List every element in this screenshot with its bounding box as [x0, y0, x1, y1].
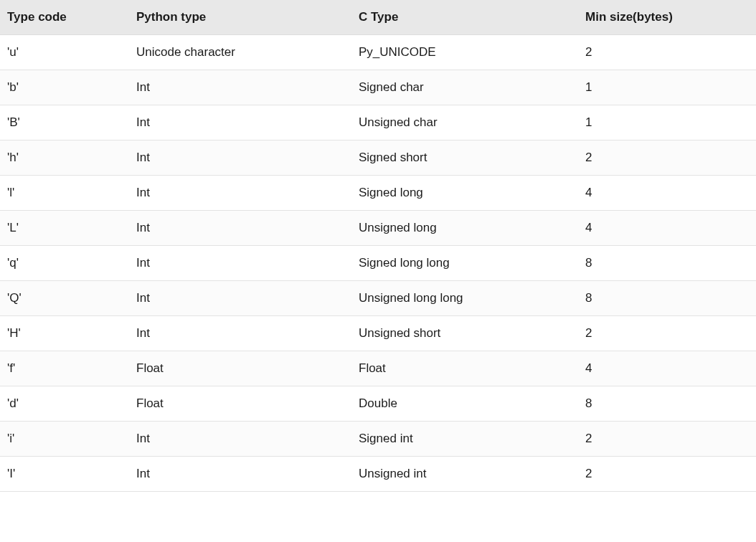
cell-type-code: 'b' — [0, 70, 129, 105]
table-row: 'd' Float Double 8 — [0, 386, 756, 422]
cell-python-type: Int — [129, 457, 351, 492]
table-row: 'l' Int Signed long 4 — [0, 176, 756, 211]
cell-c-type: Unsigned char — [351, 105, 578, 141]
cell-python-type: Int — [129, 105, 351, 141]
cell-c-type: Unsigned int — [351, 457, 578, 492]
cell-c-type: Py_UNICODE — [351, 35, 578, 70]
table-row: 'L' Int Unsigned long 4 — [0, 211, 756, 246]
cell-type-code: 'h' — [0, 141, 129, 176]
cell-min-size: 8 — [578, 246, 756, 281]
col-header-type-code: Type code — [0, 0, 129, 35]
cell-python-type: Int — [129, 316, 351, 351]
cell-c-type: Signed char — [351, 70, 578, 105]
cell-type-code: 'f' — [0, 351, 129, 386]
table-header-row: Type code Python type C Type Min size(by… — [0, 0, 756, 35]
cell-type-code: 'I' — [0, 457, 129, 492]
cell-min-size: 2 — [578, 457, 756, 492]
cell-type-code: 'H' — [0, 316, 129, 351]
cell-min-size: 2 — [578, 35, 756, 70]
cell-type-code: 'i' — [0, 422, 129, 457]
table-row: 'f' Float Float 4 — [0, 351, 756, 386]
cell-python-type: Float — [129, 386, 351, 422]
cell-c-type: Signed long — [351, 176, 578, 211]
cell-c-type: Signed long long — [351, 246, 578, 281]
table-row: 'u' Unicode character Py_UNICODE 2 — [0, 35, 756, 70]
cell-type-code: 'q' — [0, 246, 129, 281]
cell-python-type: Int — [129, 422, 351, 457]
cell-min-size: 2 — [578, 141, 756, 176]
cell-min-size: 8 — [578, 386, 756, 422]
cell-c-type: Double — [351, 386, 578, 422]
cell-type-code: 'u' — [0, 35, 129, 70]
cell-type-code: 'Q' — [0, 281, 129, 316]
cell-min-size: 4 — [578, 351, 756, 386]
table-row: 'H' Int Unsigned short 2 — [0, 316, 756, 351]
table-row: 'I' Int Unsigned int 2 — [0, 457, 756, 492]
cell-type-code: 'B' — [0, 105, 129, 141]
table-row: 'i' Int Signed int 2 — [0, 422, 756, 457]
cell-min-size: 2 — [578, 316, 756, 351]
cell-min-size: 2 — [578, 422, 756, 457]
cell-min-size: 1 — [578, 70, 756, 105]
col-header-python-type: Python type — [129, 0, 351, 35]
cell-type-code: 'd' — [0, 386, 129, 422]
cell-python-type: Float — [129, 351, 351, 386]
cell-c-type: Unsigned long — [351, 211, 578, 246]
cell-python-type: Int — [129, 141, 351, 176]
table-row: 'Q' Int Unsigned long long 8 — [0, 281, 756, 316]
type-code-table: Type code Python type C Type Min size(by… — [0, 0, 756, 492]
cell-min-size: 1 — [578, 105, 756, 141]
col-header-c-type: C Type — [351, 0, 578, 35]
table-row: 'b' Int Signed char 1 — [0, 70, 756, 105]
cell-python-type: Int — [129, 70, 351, 105]
cell-c-type: Float — [351, 351, 578, 386]
cell-c-type: Unsigned short — [351, 316, 578, 351]
cell-c-type: Unsigned long long — [351, 281, 578, 316]
cell-python-type: Unicode character — [129, 35, 351, 70]
cell-type-code: 'L' — [0, 211, 129, 246]
cell-c-type: Signed short — [351, 141, 578, 176]
col-header-min-size: Min size(bytes) — [578, 0, 756, 35]
table-row: 'B' Int Unsigned char 1 — [0, 105, 756, 141]
cell-min-size: 4 — [578, 211, 756, 246]
cell-python-type: Int — [129, 281, 351, 316]
cell-min-size: 8 — [578, 281, 756, 316]
table-row: 'q' Int Signed long long 8 — [0, 246, 756, 281]
cell-c-type: Signed int — [351, 422, 578, 457]
cell-python-type: Int — [129, 176, 351, 211]
cell-min-size: 4 — [578, 176, 756, 211]
cell-python-type: Int — [129, 211, 351, 246]
cell-python-type: Int — [129, 246, 351, 281]
table-row: 'h' Int Signed short 2 — [0, 141, 756, 176]
cell-type-code: 'l' — [0, 176, 129, 211]
